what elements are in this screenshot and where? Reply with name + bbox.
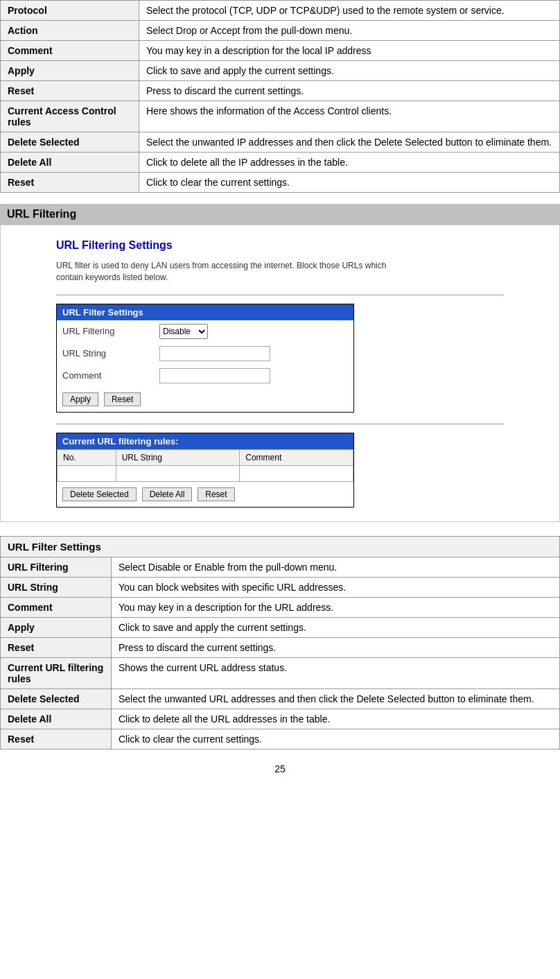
- row-label: Protocol: [1, 1, 139, 21]
- separator-2: [56, 424, 504, 424]
- row-label: Apply: [1, 61, 139, 81]
- page-number: 25: [0, 750, 560, 788]
- table-row: Reset Press to discard the current setti…: [1, 637, 560, 657]
- row-value: Click to delete all the IP addresses in …: [139, 153, 560, 173]
- row-value: Select the unwanted IP addresses and the…: [139, 132, 560, 153]
- rules-buttons-row: Delete Selected Delete All Reset: [57, 482, 353, 507]
- row-label: Delete Selected: [1, 132, 139, 153]
- apply-button[interactable]: Apply: [62, 392, 98, 406]
- table-row: Protocol Select the protocol (TCP, UDP o…: [1, 1, 560, 21]
- url-filtering-row: URL Filtering Disable Enable: [57, 320, 353, 343]
- comment-label: Comment: [57, 365, 154, 387]
- url-filtering-select-cell[interactable]: Disable Enable: [154, 320, 353, 343]
- url-inner-content: URL Filtering Settings URL filter is use…: [1, 225, 559, 521]
- table-row: Comment You may key in a description for…: [1, 597, 560, 617]
- row-label: Reset: [1, 173, 139, 193]
- row-label: Reset: [1, 637, 112, 657]
- row-label: Apply: [1, 617, 112, 637]
- table-row: Current URL filtering rules Shows the cu…: [1, 657, 560, 688]
- row-value: Click to clear the current settings.: [112, 729, 560, 749]
- delete-all-button[interactable]: Delete All: [142, 487, 193, 501]
- table-row: URL Filtering Select Disable or Enable f…: [1, 557, 560, 577]
- url-string-label: URL String: [57, 343, 154, 365]
- row-value: Click to save and apply the current sett…: [112, 617, 560, 637]
- bottom-reference-table: URL Filter Settings URL Filtering Select…: [0, 536, 560, 750]
- row-label: URL Filtering: [1, 557, 112, 577]
- row-label: Comment: [1, 41, 139, 61]
- rules-table-header-row: No. URL String Comment: [58, 449, 353, 465]
- table-row: Reset Click to clear the current setting…: [1, 729, 560, 749]
- table-row: Action Select Drop or Accept from the pu…: [1, 21, 560, 41]
- row-label: Action: [1, 21, 139, 41]
- row-value: Click to clear the current settings.: [139, 173, 560, 193]
- row-value: Select Drop or Accept from the pull-down…: [139, 21, 560, 41]
- row-value: Click to delete all the URL addresses in…: [112, 709, 560, 729]
- comment-input-cell[interactable]: [154, 365, 353, 387]
- table-row: Comment You may key in a description for…: [1, 41, 560, 61]
- table-row: Current Access Control rules Here shows …: [1, 101, 560, 132]
- url-string-input-cell[interactable]: [154, 343, 353, 365]
- row-label: Delete Selected: [1, 688, 112, 709]
- row-value: Shows the current URL address status.: [112, 657, 560, 688]
- row-value: Select the protocol (TCP, UDP or TCP&UDP…: [139, 1, 560, 21]
- row-value: You may key in a description for the URL…: [112, 597, 560, 617]
- reset-button[interactable]: Reset: [104, 392, 141, 406]
- row-value: Select Disable or Enable from the pull-d…: [112, 557, 560, 577]
- rules-col-comment: Comment: [240, 449, 353, 465]
- table-row: Delete All Click to delete all the URL a…: [1, 709, 560, 729]
- row-value: Press to discard the current settings.: [139, 81, 560, 101]
- url-filter-settings-box: URL Filter Settings URL Filtering Disabl…: [56, 304, 354, 413]
- rules-col-url-string: URL String: [116, 449, 240, 465]
- url-string-row: URL String: [57, 343, 353, 365]
- row-value: You may key in a description for the loc…: [139, 41, 560, 61]
- url-filter-fields-table: URL Filtering Disable Enable URL String: [57, 320, 353, 387]
- row-label: Reset: [1, 81, 139, 101]
- delete-selected-button[interactable]: Delete Selected: [62, 487, 137, 501]
- table-row: Delete Selected Select the unwanted IP a…: [1, 132, 560, 153]
- table-row: Reset Click to clear the current setting…: [1, 173, 560, 193]
- current-rules-header: Current URL filtering rules:: [57, 433, 353, 449]
- comment-input[interactable]: [159, 368, 270, 383]
- top-reference-table: Protocol Select the protocol (TCP, UDP o…: [0, 0, 560, 193]
- reset-rules-button[interactable]: Reset: [198, 487, 234, 501]
- table-row: Delete All Click to delete all the IP ad…: [1, 153, 560, 173]
- row-label: Delete All: [1, 709, 112, 729]
- table-row: Delete Selected Select the unwanted URL …: [1, 688, 560, 709]
- url-filtering-title: URL Filtering Settings: [56, 239, 504, 252]
- comment-row: Comment: [57, 365, 353, 387]
- bottom-section-header: URL Filter Settings: [1, 536, 560, 557]
- row-value: Here shows the information of the Access…: [139, 101, 560, 132]
- rules-col-no: No.: [58, 449, 116, 465]
- url-filtering-section-header: URL Filtering: [0, 204, 560, 225]
- row-value: You can block websites with specific URL…: [112, 577, 560, 597]
- row-value: Select the unwanted URL addresses and th…: [112, 688, 560, 709]
- row-label: Current URL filtering rules: [1, 657, 112, 688]
- url-filtering-label: URL Filtering: [57, 320, 154, 343]
- table-row: URL String You can block websites with s…: [1, 577, 560, 597]
- url-filter-settings-header: URL Filter Settings: [57, 304, 353, 320]
- bottom-section-header-row: URL Filter Settings: [1, 536, 560, 557]
- row-value: Press to discard the current settings.: [112, 637, 560, 657]
- url-filtering-description: URL filter is used to deny LAN users fro…: [56, 260, 504, 284]
- table-row: Reset Press to discard the current setti…: [1, 81, 560, 101]
- current-rules-box: Current URL filtering rules: No. URL Str…: [56, 433, 354, 508]
- table-row: Apply Click to save and apply the curren…: [1, 61, 560, 81]
- row-label: Comment: [1, 597, 112, 617]
- url-filtering-panel: URL Filtering Settings URL filter is use…: [0, 225, 560, 522]
- url-string-input[interactable]: [159, 346, 270, 361]
- rules-empty-row: [58, 465, 353, 481]
- section-header-label: URL Filtering: [7, 208, 76, 220]
- url-filtering-select[interactable]: Disable Enable: [159, 324, 208, 339]
- row-value: Click to save and apply the current sett…: [139, 61, 560, 81]
- row-label: URL String: [1, 577, 112, 597]
- row-label: Delete All: [1, 153, 139, 173]
- current-rules-table: No. URL String Comment: [57, 449, 353, 482]
- row-label: Reset: [1, 729, 112, 749]
- separator-1: [56, 295, 504, 295]
- apply-reset-row: Apply Reset: [57, 387, 353, 412]
- row-label: Current Access Control rules: [1, 101, 139, 132]
- table-row: Apply Click to save and apply the curren…: [1, 617, 560, 637]
